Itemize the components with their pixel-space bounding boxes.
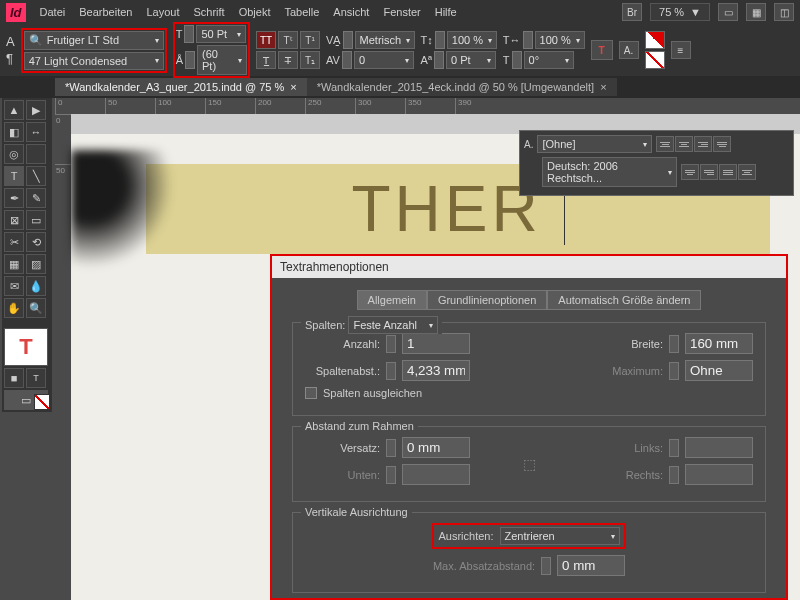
size-stepper[interactable] <box>184 25 194 43</box>
justify-all-button[interactable] <box>719 164 737 180</box>
fill-text-button[interactable]: T <box>591 40 613 60</box>
count-input[interactable] <box>402 333 470 354</box>
right-stepper[interactable] <box>669 466 679 484</box>
panel-menu-icon[interactable]: ≡ <box>671 41 691 59</box>
gutter-input[interactable] <box>402 360 470 381</box>
direct-select-tool[interactable]: ▶ <box>26 100 46 120</box>
align-center-button[interactable] <box>675 136 693 152</box>
width-input[interactable] <box>685 333 753 354</box>
hscale-input[interactable]: 100 %▾ <box>535 31 585 49</box>
tracking-input[interactable]: 0▾ <box>354 51 414 69</box>
bottom-stepper[interactable] <box>386 466 396 484</box>
tab-doc1[interactable]: *Wandkalender_A3_quer_2015.indd @ 75 %× <box>55 78 307 96</box>
apply-text[interactable]: T <box>26 368 46 388</box>
balance-checkbox[interactable] <box>305 387 317 399</box>
allcaps-button[interactable]: TT <box>256 31 276 49</box>
zoom-dropdown[interactable]: 75 %▼ <box>650 3 710 21</box>
fill-swatch[interactable] <box>645 31 665 49</box>
font-style-dropdown[interactable]: 47 Light Condensed▾ <box>24 52 164 70</box>
type-tool[interactable]: T <box>4 166 24 186</box>
page-tool[interactable]: ◧ <box>4 122 24 142</box>
close-icon[interactable]: × <box>290 81 296 93</box>
baseline-input[interactable]: 0 Pt▾ <box>446 51 496 69</box>
transform-tool[interactable]: ⟲ <box>26 232 46 252</box>
dialog-tab-baseline[interactable]: Grundlinienoptionen <box>427 290 547 310</box>
stroke-swatch[interactable] <box>645 51 665 69</box>
smallcaps-button[interactable]: Tᵗ <box>278 31 298 49</box>
menu-tabelle[interactable]: Tabelle <box>284 6 319 18</box>
skew-icon: T <box>503 54 510 66</box>
count-stepper[interactable] <box>386 335 396 353</box>
justify-left-button[interactable] <box>713 136 731 152</box>
hand-tool[interactable]: ✋ <box>4 298 24 318</box>
screen-mode-icon[interactable]: ▦ <box>746 3 766 21</box>
bridge-icon[interactable]: Br <box>622 3 642 21</box>
leading-input[interactable]: (60 Pt)▾ <box>197 45 247 75</box>
zoom-tool[interactable]: 🔍 <box>26 298 46 318</box>
underline-button[interactable]: T̲ <box>256 51 276 69</box>
dialog-tab-autosize[interactable]: Automatisch Größe ändern <box>547 290 701 310</box>
menu-schrift[interactable]: Schrift <box>194 6 225 18</box>
font-family-dropdown[interactable]: 🔍 Frutiger LT Std▾ <box>24 31 164 50</box>
eyedropper-tool[interactable]: 💧 <box>26 276 46 296</box>
hscale-stepper[interactable] <box>523 31 533 49</box>
close-icon[interactable]: × <box>600 81 606 93</box>
vertical-align-dropdown[interactable]: Zentrieren▾ <box>500 527 620 545</box>
kerning-stepper[interactable] <box>343 31 353 49</box>
menu-fenster[interactable]: Fenster <box>383 6 420 18</box>
justify-center-button[interactable] <box>681 164 699 180</box>
frame-tool[interactable]: ⊠ <box>4 210 24 230</box>
menu-hilfe[interactable]: Hilfe <box>435 6 457 18</box>
apply-color[interactable]: ■ <box>4 368 24 388</box>
dialog-tab-general[interactable]: Allgemein <box>357 290 427 310</box>
vscale-input[interactable]: 100 %▾ <box>447 31 497 49</box>
top-input[interactable] <box>402 437 470 458</box>
skew-input[interactable]: 0°▾ <box>524 51 574 69</box>
align-right-button[interactable] <box>694 136 712 152</box>
gutter-stepper[interactable] <box>386 362 396 380</box>
pen-tool[interactable]: ✒ <box>4 188 24 208</box>
justify-right-button[interactable] <box>700 164 718 180</box>
gradient-tool[interactable]: ▦ <box>4 254 24 274</box>
font-size-input[interactable]: 50 Pt▾ <box>196 25 246 43</box>
line-tool[interactable]: ╲ <box>26 166 46 186</box>
column-type-dropdown[interactable]: Feste Anzahl▾ <box>348 316 438 334</box>
tab-doc2[interactable]: *Wandkalender_2015_4eck.indd @ 50 % [Umg… <box>307 78 617 96</box>
pencil-tool[interactable]: ✎ <box>26 188 46 208</box>
menu-bearbeiten[interactable]: Bearbeiten <box>79 6 132 18</box>
gap-tool[interactable]: ↔ <box>26 122 46 142</box>
vscale-stepper[interactable] <box>435 31 445 49</box>
note-tool[interactable]: ✉ <box>4 276 24 296</box>
arrange-icon[interactable]: ◫ <box>774 3 794 21</box>
rect-tool[interactable]: ▭ <box>26 210 46 230</box>
fill-stroke-swatch[interactable]: T <box>4 328 48 366</box>
align-left-button[interactable] <box>656 136 674 152</box>
content-tool[interactable]: ◎ <box>4 144 24 164</box>
leading-stepper[interactable] <box>185 51 195 69</box>
baseline-stepper[interactable] <box>434 51 444 69</box>
gradient-feather-tool[interactable]: ▨ <box>26 254 46 274</box>
scissors-tool[interactable]: ✂ <box>4 232 24 252</box>
tracking-stepper[interactable] <box>342 51 352 69</box>
menu-layout[interactable]: Layout <box>146 6 179 18</box>
menu-ansicht[interactable]: Ansicht <box>333 6 369 18</box>
kerning-input[interactable]: Metrisch▾ <box>355 31 415 49</box>
subscript-button[interactable]: T₁ <box>300 51 320 69</box>
strike-button[interactable]: T̶ <box>278 51 298 69</box>
width-stepper[interactable] <box>669 335 679 353</box>
left-stepper[interactable] <box>669 439 679 457</box>
max-para-stepper[interactable] <box>541 557 551 575</box>
selection-tool[interactable]: ▲ <box>4 100 24 120</box>
max-stepper[interactable] <box>669 362 679 380</box>
view-mode-icon[interactable]: ▭ <box>718 3 738 21</box>
superscript-button[interactable]: T¹ <box>300 31 320 49</box>
language-dropdown[interactable]: Deutsch: 2006 Rechtsch...▾ <box>542 157 677 187</box>
top-stepper[interactable] <box>386 439 396 457</box>
menu-datei[interactable]: Datei <box>40 6 66 18</box>
skew-stepper[interactable] <box>512 51 522 69</box>
menu-objekt[interactable]: Objekt <box>239 6 271 18</box>
align-spine-button[interactable] <box>738 164 756 180</box>
para-style-dropdown[interactable]: [Ohne]▾ <box>537 135 652 153</box>
link-icon[interactable]: ⬚ <box>523 456 536 472</box>
char-panel-icon[interactable]: A. <box>619 41 639 59</box>
